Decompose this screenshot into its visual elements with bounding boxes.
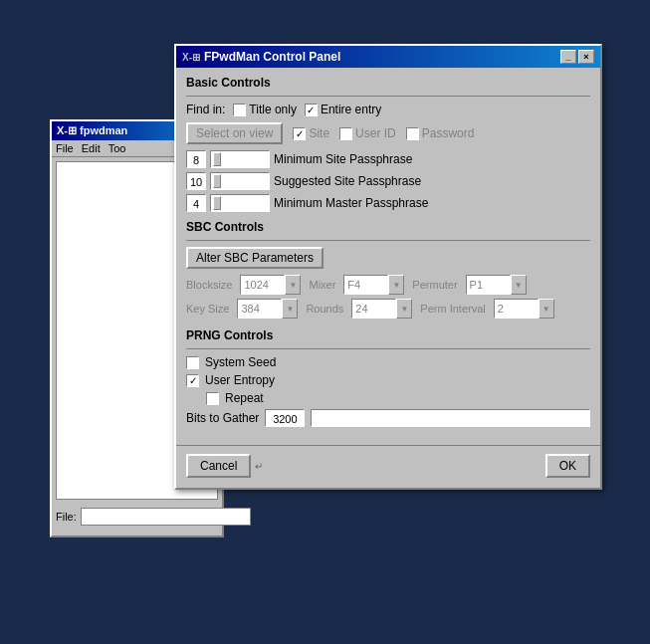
dialog-titlebar: X-⊞ FPwdMan Control Panel _ × (176, 46, 600, 68)
dialog-title: FPwdMan Control Panel (204, 50, 340, 64)
pass-slider-1[interactable] (210, 172, 270, 190)
select-on-view-button[interactable]: Select on view (186, 122, 283, 144)
entire-entry-label: Entire entry (321, 103, 381, 116)
rounds-value: 24 (351, 299, 396, 319)
user-entropy-checkbox[interactable] (186, 374, 199, 387)
find-in-label: Find in: (186, 103, 225, 116)
permuter-arrow[interactable]: ▼ (511, 275, 527, 295)
password-label: Password (422, 126, 475, 140)
sbc-divider (186, 240, 590, 241)
entire-entry-item: Entire entry (305, 103, 381, 116)
passphrase-rows: 8 Minimum Site Passphrase 10 Suggested S… (186, 150, 590, 212)
rounds-arrow[interactable]: ▼ (396, 299, 412, 319)
bg-title: X-⊞ fpwdman (57, 124, 127, 137)
mixer-arrow[interactable]: ▼ (388, 275, 404, 295)
pass-num-0: 8 (186, 150, 206, 168)
rounds-label: Rounds (306, 303, 343, 315)
pass-num-2: 4 (186, 194, 206, 212)
pass-num-1: 10 (186, 172, 206, 190)
password-item: Password (406, 126, 475, 140)
blocksize-arrow[interactable]: ▼ (285, 275, 301, 295)
sbc-section: SBC Controls Alter SBC Parameters Blocks… (186, 220, 590, 319)
sbc-row-1: Blocksize 1024 ▼ Mixer F4 ▼ Permuter P1 … (186, 275, 590, 295)
blocksize-value: 1024 (240, 275, 285, 295)
pass-label-2: Minimum Master Passphrase (274, 196, 428, 210)
bits-row: Bits to Gather 3200 (186, 409, 590, 427)
bg-menu-too[interactable]: Too (108, 142, 126, 154)
pass-slider-0[interactable] (210, 150, 270, 168)
permuter-dropdown[interactable]: P1 ▼ (466, 275, 527, 295)
close-button[interactable]: × (578, 50, 594, 64)
pass-thumb-0 (213, 152, 221, 166)
pass-thumb-2 (213, 196, 221, 210)
title-only-checkbox[interactable] (233, 104, 246, 116)
dialog-content: Basic Controls Find in: Title only Entir… (176, 68, 600, 445)
user-entropy-item: User Entropy (186, 373, 590, 387)
select-on-view-row: Select on view Site User ID Password (186, 122, 590, 144)
keysize-arrow[interactable]: ▼ (282, 299, 298, 319)
repeat-checkbox[interactable] (206, 392, 219, 405)
perm-interval-value: 2 (494, 299, 539, 319)
alter-sbc-button[interactable]: Alter SBC Parameters (186, 247, 324, 269)
prng-section: PRNG Controls System Seed User Entropy R… (186, 328, 590, 427)
basic-divider (186, 96, 590, 97)
keysize-dropdown[interactable]: 384 ▼ (237, 299, 298, 319)
password-checkbox[interactable] (406, 127, 419, 140)
prng-divider (186, 348, 590, 349)
title-only-label: Title only (249, 103, 297, 116)
perm-interval-dropdown[interactable]: 2 ▼ (494, 299, 554, 319)
permuter-label: Permuter (412, 279, 457, 291)
system-seed-label: System Seed (205, 355, 276, 369)
dialog-icon: X-⊞ (182, 52, 200, 63)
titlebar-left: X-⊞ FPwdMan Control Panel (182, 50, 340, 64)
userid-item: User ID (339, 126, 396, 140)
pass-row-2: 4 Minimum Master Passphrase (186, 194, 590, 212)
bg-footer: File: (52, 504, 222, 530)
bits-label: Bits to Gather (186, 411, 259, 425)
system-seed-checkbox[interactable] (186, 356, 199, 369)
title-only-item: Title only (233, 103, 297, 116)
minimize-button[interactable]: _ (560, 50, 576, 64)
rounds-dropdown[interactable]: 24 ▼ (351, 299, 412, 319)
userid-label: User ID (355, 126, 396, 140)
perm-interval-arrow[interactable]: ▼ (539, 299, 554, 319)
shortcut-icon: ↵ (255, 461, 263, 472)
bg-menu-file[interactable]: File (56, 142, 74, 154)
bg-file-input[interactable] (81, 508, 251, 526)
perm-interval-label: Perm Interval (420, 303, 485, 315)
prng-header: PRNG Controls (186, 328, 590, 342)
blocksize-dropdown[interactable]: 1024 ▼ (240, 275, 301, 295)
repeat-label: Repeat (225, 391, 264, 405)
mixer-value: F4 (343, 275, 388, 295)
userid-checkbox[interactable] (339, 127, 352, 140)
blocksize-label: Blocksize (186, 279, 232, 291)
bits-value: 3200 (265, 409, 305, 427)
bg-file-label: File: (56, 511, 77, 523)
basic-controls-header: Basic Controls (186, 76, 590, 90)
pass-label-1: Suggested Site Passphrase (274, 174, 421, 188)
user-entropy-label: User Entropy (205, 373, 275, 387)
site-checkbox[interactable] (293, 127, 306, 140)
bits-slider[interactable] (311, 409, 590, 427)
system-seed-item: System Seed (186, 355, 590, 369)
pass-row-1: 10 Suggested Site Passphrase (186, 172, 590, 190)
permuter-value: P1 (466, 275, 511, 295)
sbc-header: SBC Controls (186, 220, 590, 234)
titlebar-buttons: _ × (560, 50, 594, 64)
main-dialog: X-⊞ FPwdMan Control Panel _ × Basic Cont… (174, 44, 602, 490)
site-label: Site (309, 126, 329, 140)
sbc-row-2: Key Size 384 ▼ Rounds 24 ▼ Perm Interval… (186, 299, 590, 319)
mixer-label: Mixer (309, 279, 335, 291)
bg-menu-edit[interactable]: Edit (82, 142, 101, 154)
keysize-label: Key Size (186, 303, 229, 315)
site-item: Site (293, 126, 329, 140)
entire-entry-checkbox[interactable] (305, 104, 318, 116)
cancel-button[interactable]: Cancel (186, 454, 251, 478)
mixer-dropdown[interactable]: F4 ▼ (343, 275, 404, 295)
pass-row-0: 8 Minimum Site Passphrase (186, 150, 590, 168)
dialog-footer: Cancel ↵ OK (176, 445, 600, 488)
ok-button[interactable]: OK (545, 454, 590, 478)
pass-label-0: Minimum Site Passphrase (274, 152, 412, 166)
find-in-row: Find in: Title only Entire entry (186, 103, 590, 116)
pass-slider-2[interactable] (210, 194, 270, 212)
